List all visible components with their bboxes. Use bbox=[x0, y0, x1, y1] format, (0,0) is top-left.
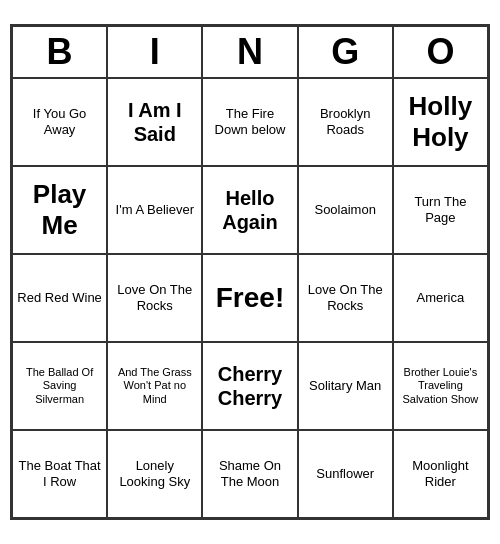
bingo-cell: Hello Again bbox=[202, 166, 297, 254]
bingo-cell: Holly Holy bbox=[393, 78, 488, 166]
bingo-cell: I'm A Believer bbox=[107, 166, 202, 254]
bingo-cell: Sunflower bbox=[298, 430, 393, 518]
bingo-header: BINGO bbox=[12, 26, 488, 78]
bingo-cell: America bbox=[393, 254, 488, 342]
header-letter: N bbox=[202, 26, 297, 78]
bingo-cell: Cherry Cherry bbox=[202, 342, 297, 430]
header-letter: G bbox=[298, 26, 393, 78]
bingo-cell: Brooklyn Roads bbox=[298, 78, 393, 166]
bingo-cell: Shame On The Moon bbox=[202, 430, 297, 518]
bingo-cell: The Fire Down below bbox=[202, 78, 297, 166]
bingo-cell: The Boat That I Row bbox=[12, 430, 107, 518]
bingo-cell: Brother Louie's Traveling Salvation Show bbox=[393, 342, 488, 430]
bingo-cell: If You Go Away bbox=[12, 78, 107, 166]
bingo-cell: Play Me bbox=[12, 166, 107, 254]
bingo-cell: Moonlight Rider bbox=[393, 430, 488, 518]
header-letter: I bbox=[107, 26, 202, 78]
bingo-cell: Lonely Looking Sky bbox=[107, 430, 202, 518]
bingo-cell: Love On The Rocks bbox=[107, 254, 202, 342]
bingo-cell: Solitary Man bbox=[298, 342, 393, 430]
bingo-card: BINGO If You Go AwayI Am I SaidThe Fire … bbox=[10, 24, 490, 520]
bingo-cell: And The Grass Won't Pat no Mind bbox=[107, 342, 202, 430]
bingo-cell: Love On The Rocks bbox=[298, 254, 393, 342]
header-letter: B bbox=[12, 26, 107, 78]
bingo-cell: Turn The Page bbox=[393, 166, 488, 254]
bingo-cell: Free! bbox=[202, 254, 297, 342]
bingo-cell: Soolaimon bbox=[298, 166, 393, 254]
bingo-cell: The Ballad Of Saving Silverman bbox=[12, 342, 107, 430]
bingo-cell: Red Red Wine bbox=[12, 254, 107, 342]
bingo-cell: I Am I Said bbox=[107, 78, 202, 166]
header-letter: O bbox=[393, 26, 488, 78]
bingo-grid: If You Go AwayI Am I SaidThe Fire Down b… bbox=[12, 78, 488, 518]
